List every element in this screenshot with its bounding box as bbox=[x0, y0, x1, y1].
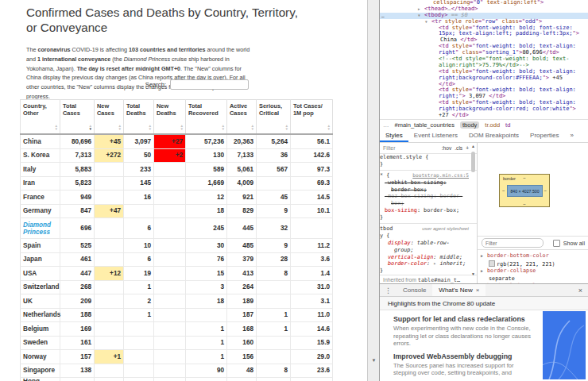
css-line[interactable]: y { bbox=[380, 233, 477, 240]
sort-icon[interactable]: ▲▼ bbox=[54, 125, 58, 131]
css-line[interactable]: element.style { bbox=[380, 154, 477, 161]
computed-property[interactable]: ▶border-bottom-color bbox=[478, 252, 588, 260]
rule-divider bbox=[380, 223, 477, 224]
column-header[interactable]: Tot Cases/1M pop▲▼ bbox=[291, 100, 333, 135]
dom-tree-line[interactable]: right;background-color:red; color:white"… bbox=[380, 106, 588, 113]
css-line[interactable]: } bbox=[380, 214, 477, 221]
css-token: : border-box; bbox=[417, 207, 459, 214]
show-all-checkbox[interactable] bbox=[553, 240, 560, 247]
tree-arrow-icon[interactable]: ▼ bbox=[425, 19, 427, 25]
box-model-border[interactable]: border − − − − 840 × 4027.500 bbox=[499, 174, 550, 207]
styles-scrollbar[interactable]: ▲ ▼ bbox=[470, 144, 476, 280]
new-rule-button[interactable]: + bbox=[466, 145, 469, 151]
tab-what-s-new[interactable]: What's New× bbox=[432, 284, 485, 296]
dom-tree-line[interactable]: 15px; text-align:left; padding-left:3px;… bbox=[380, 31, 588, 37]
styles-filter-input[interactable]: Filter bbox=[383, 145, 396, 151]
css-line[interactable]: -moz-box-sizing: border- bbox=[380, 193, 477, 200]
css-line[interactable]: } bbox=[380, 161, 477, 168]
hov-toggle[interactable]: :hov bbox=[442, 145, 451, 151]
sort-icon[interactable]: ▲▼ bbox=[250, 125, 254, 131]
dom-tree-line[interactable]: right;background-color:#FFEEAA;"> +45 bbox=[380, 75, 588, 82]
breadcrumb-item[interactable]: tr.odd bbox=[485, 121, 500, 129]
expand-arrow-icon[interactable]: ▶ bbox=[481, 252, 483, 260]
table-cell: 6 bbox=[124, 218, 154, 239]
table-cell: 1 bbox=[186, 350, 227, 364]
header-label-line2: Deaths bbox=[126, 110, 152, 117]
cls-toggle[interactable]: .cls bbox=[455, 145, 462, 151]
search-input[interactable] bbox=[170, 79, 249, 90]
sidebar-tabs: StylesEvent ListenersDOM BreakpointsProp… bbox=[380, 129, 588, 143]
sort-icon[interactable]: ▲▼ bbox=[118, 125, 122, 131]
sort-icon[interactable]: ▲▼ bbox=[88, 125, 92, 131]
css-token: border-box; bbox=[391, 187, 427, 193]
css-token: box; bbox=[391, 200, 404, 206]
breadcrumb-item[interactable]: td bbox=[505, 121, 510, 129]
column-header[interactable]: NewCases▲▼ bbox=[95, 100, 124, 135]
breadcrumb-item[interactable]: #main_table_countries bbox=[395, 121, 455, 129]
column-header[interactable]: ActiveCases▲▼ bbox=[227, 100, 257, 135]
css-line[interactable]: border-color: ▸ inherit; bbox=[380, 260, 477, 267]
css-line[interactable]: -webkit-box-sizing: bbox=[380, 179, 477, 187]
article-title[interactable]: Support for let and class redeclarations bbox=[393, 315, 538, 323]
table-cell: 245 bbox=[186, 218, 227, 239]
css-line[interactable]: box; bbox=[380, 200, 477, 207]
table-cell: 130 bbox=[186, 148, 227, 163]
text-segment: The bbox=[26, 46, 37, 53]
scrollbar-thumb[interactable] bbox=[471, 152, 475, 172]
dom-tree-line[interactable]: cellspacing="0" text-align:left"> bbox=[380, 0, 588, 6]
tab-styles[interactable]: Styles bbox=[380, 129, 408, 142]
computed-filter-input[interactable] bbox=[482, 238, 544, 248]
article-title[interactable]: Improved WebAssembly debugging bbox=[393, 352, 538, 360]
page-scrollbar[interactable]: ▼ bbox=[367, 0, 380, 381]
dom-tree-line[interactable]: +27 </td> bbox=[380, 113, 588, 119]
rule-divider bbox=[380, 170, 477, 171]
worldometer-page: Confirmed Cases and Deaths by Country, T… bbox=[0, 0, 367, 381]
inherited-selector-link[interactable]: table#main_t… bbox=[418, 277, 460, 283]
css-line[interactable]: group; bbox=[380, 247, 477, 254]
sort-icon[interactable]: ▲▼ bbox=[180, 125, 184, 131]
css-line[interactable]: } bbox=[380, 267, 477, 275]
breadcrumb-item[interactable]: tbody bbox=[460, 121, 479, 129]
sort-icon[interactable]: ▲▼ bbox=[327, 125, 331, 131]
computed-property[interactable]: ▶border-collapse bbox=[478, 267, 588, 275]
tab-console[interactable]: Console bbox=[397, 284, 432, 296]
scroll-up-icon[interactable]: ▲ bbox=[470, 144, 476, 148]
dom-tree-line[interactable]: ▶<thead>…</thead> bbox=[380, 6, 588, 13]
scroll-down-icon[interactable]: ▼ bbox=[470, 271, 476, 276]
sort-icon[interactable]: ▲▼ bbox=[221, 125, 225, 131]
close-icon[interactable]: × bbox=[476, 287, 480, 294]
css-line[interactable]: vertical-align: middle; bbox=[380, 254, 477, 261]
tab-properties[interactable]: Properties bbox=[524, 129, 564, 142]
tree-arrow-icon[interactable]: ▶ bbox=[418, 6, 420, 13]
column-header[interactable]: TotalRecovered▲▼ bbox=[186, 100, 227, 135]
scrollbar-down-icon[interactable]: ▼ bbox=[368, 358, 380, 363]
country-link[interactable]: Diamond Princess bbox=[23, 221, 51, 236]
column-header[interactable]: TotalCases▲▼ bbox=[60, 100, 95, 135]
table-cell: 145 bbox=[124, 176, 154, 190]
css-line[interactable]: tboduser agent stylesheet bbox=[380, 225, 477, 233]
tab-event-listeners[interactable]: Event Listeners bbox=[408, 129, 463, 142]
css-line[interactable]: border-box; bbox=[380, 187, 477, 194]
more-tabs-button[interactable]: » bbox=[565, 129, 579, 142]
css-line[interactable]: * {bootstrap.min.css:5 bbox=[380, 172, 477, 179]
table-cell: 97.3 bbox=[291, 163, 333, 177]
tab-dom-breakpoints[interactable]: DOM Breakpoints bbox=[463, 129, 524, 142]
breadcrumb-item[interactable]: … bbox=[383, 121, 389, 129]
table-cell bbox=[257, 176, 291, 190]
hidden-elements-marker[interactable]: … bbox=[381, 13, 385, 19]
css-line[interactable]: box-sizing: border-box; bbox=[380, 207, 477, 214]
stylesheet-link[interactable]: bootstrap.min.css:5 bbox=[412, 172, 469, 179]
box-model-content[interactable]: 840 × 4027.500 bbox=[507, 185, 543, 197]
column-header[interactable]: Country,Other▲▼ bbox=[21, 100, 60, 135]
sort-icon[interactable]: ▲▼ bbox=[148, 125, 152, 131]
column-header[interactable]: Serious,Critical▲▼ bbox=[257, 100, 291, 135]
column-header[interactable]: TotalDeaths▲▼ bbox=[124, 100, 154, 135]
drawer-menu-icon[interactable]: ⋮ bbox=[380, 287, 397, 294]
css-line[interactable]: display: table-row- bbox=[380, 240, 477, 247]
expand-arrow-icon[interactable]: ▶ bbox=[481, 267, 483, 275]
sort-icon[interactable]: ▲▼ bbox=[284, 125, 288, 131]
column-header[interactable]: NewDeaths▲▼ bbox=[154, 100, 186, 135]
search-label: Search: bbox=[145, 81, 166, 88]
tree-arrow-icon[interactable]: ▼ bbox=[418, 13, 420, 19]
drawer-close-button[interactable]: × bbox=[573, 287, 588, 294]
